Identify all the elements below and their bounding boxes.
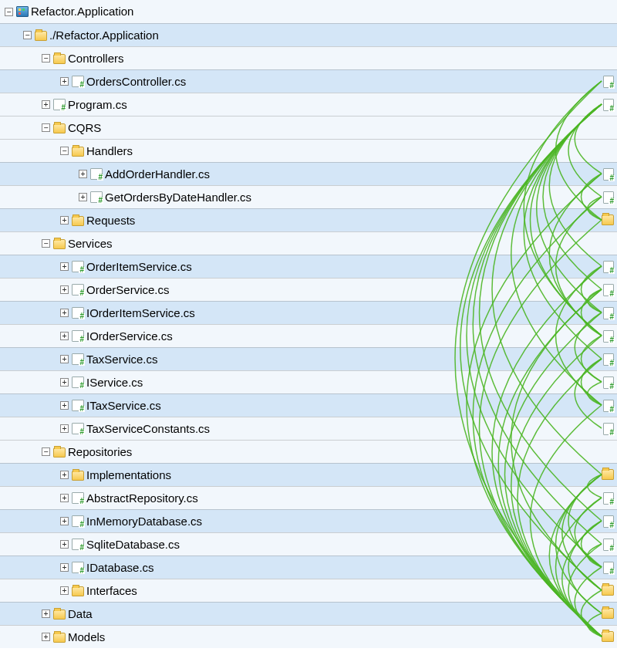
csharp-file-icon (72, 562, 84, 573)
tree-label: Data (68, 603, 93, 626)
expander-collapse-icon[interactable]: − (5, 8, 13, 16)
csharp-file-icon (72, 330, 84, 342)
csharp-file-icon (603, 76, 614, 88)
expander-expand-icon[interactable]: + (42, 100, 50, 109)
tree-row[interactable]: +TaxService.cs (0, 347, 617, 370)
expander-expand-icon[interactable]: + (42, 610, 50, 618)
tree-label: ./Refactor.Application (49, 24, 159, 47)
tree-label: Implementations (86, 464, 171, 487)
expander-expand-icon[interactable]: + (60, 586, 69, 595)
tree-row[interactable]: +ITaxService.cs (0, 393, 617, 417)
expander-expand-icon[interactable]: + (60, 401, 69, 410)
tree-label: Handlers (86, 140, 133, 163)
folder-icon (53, 123, 66, 133)
csharp-file-icon (72, 307, 84, 319)
csharp-file-icon (603, 492, 614, 505)
expander-expand-icon[interactable]: + (60, 355, 69, 363)
expander-collapse-icon[interactable]: − (42, 239, 50, 248)
tree-row[interactable]: −Handlers (0, 139, 617, 162)
tree-row[interactable]: +GetOrdersByDateHandler.cs (0, 185, 617, 208)
expander-expand-icon[interactable]: + (60, 563, 69, 572)
csharp-file-icon (72, 353, 84, 365)
folder-icon (53, 633, 66, 643)
tree-row[interactable]: −Repositories (0, 440, 617, 463)
tree-row[interactable]: +Interfaces (0, 579, 617, 602)
folder-icon (35, 31, 47, 41)
csharp-file-icon (72, 76, 84, 87)
expander-collapse-icon[interactable]: − (60, 147, 69, 155)
tree-row[interactable]: +IOrderService.cs (0, 324, 617, 347)
csharp-file-icon (72, 284, 84, 295)
folder-icon (72, 471, 84, 481)
expander-expand-icon[interactable]: + (60, 262, 69, 271)
tree-row[interactable]: +TaxServiceConstants.cs (0, 417, 617, 440)
tree-row[interactable]: +OrdersController.cs (0, 69, 617, 93)
folder-icon (53, 239, 66, 249)
expander-expand-icon[interactable]: + (79, 193, 87, 201)
tree-row[interactable]: +IOrderItemService.cs (0, 301, 617, 324)
expander-expand-icon[interactable]: + (60, 216, 69, 225)
expander-expand-icon[interactable]: + (60, 77, 69, 86)
tree-label: SqliteDatabase.cs (86, 533, 180, 556)
tree-row[interactable]: −Services (0, 231, 617, 255)
csharp-file-icon (72, 261, 84, 272)
expander-expand-icon[interactable]: + (60, 494, 69, 502)
tree-row[interactable]: +OrderService.cs (0, 278, 617, 301)
tree-row[interactable]: −Refactor.Application (0, 0, 617, 23)
tree-row[interactable]: +AddOrderHandler.cs (0, 162, 617, 185)
tree-label: Interfaces (86, 579, 137, 603)
csharp-file-icon (603, 191, 614, 204)
expander-expand-icon[interactable]: + (79, 170, 87, 178)
folder-icon (72, 586, 84, 596)
tree-label: Models (68, 626, 105, 649)
expander-collapse-icon[interactable]: − (23, 31, 32, 39)
expander-collapse-icon[interactable]: − (42, 123, 50, 132)
tree-label: TaxServiceConstants.cs (86, 417, 210, 441)
tree-row[interactable]: +OrderItemService.cs (0, 255, 617, 278)
expander-expand-icon[interactable]: + (60, 378, 69, 387)
expander-expand-icon[interactable]: + (60, 471, 69, 479)
tree-row[interactable]: +IDatabase.cs (0, 555, 617, 579)
project-icon (16, 6, 29, 17)
tree-row[interactable]: +Requests (0, 208, 617, 231)
tree-row[interactable]: +SqliteDatabase.cs (0, 532, 617, 555)
tree-row[interactable]: +AbstractRepository.cs (0, 486, 617, 509)
dependency-tree: −Refactor.Application−./Refactor.Applica… (0, 0, 617, 648)
expander-collapse-icon[interactable]: − (42, 447, 50, 456)
tree-label: Refactor.Application (31, 0, 133, 23)
expander-collapse-icon[interactable]: − (42, 54, 50, 62)
folder-icon (602, 469, 614, 480)
expander-expand-icon[interactable]: + (42, 633, 50, 641)
tree-label: OrderItemService.cs (86, 255, 192, 279)
folder-icon (602, 214, 614, 225)
csharp-file-icon (603, 261, 614, 273)
expander-expand-icon[interactable]: + (60, 332, 69, 340)
folder-icon (602, 585, 614, 596)
expander-expand-icon[interactable]: + (60, 540, 69, 549)
tree-row[interactable]: +Data (0, 602, 617, 625)
expander-expand-icon[interactable]: + (60, 424, 69, 433)
tree-row[interactable]: +Program.cs (0, 93, 617, 116)
tree-row[interactable]: −Controllers (0, 46, 617, 69)
tree-label: Controllers (68, 47, 124, 70)
csharp-file-icon (603, 284, 614, 296)
tree-label: AddOrderHandler.cs (105, 163, 210, 186)
tree-label: IDatabase.cs (86, 556, 154, 579)
tree-row[interactable]: −CQRS (0, 116, 617, 139)
csharp-file-icon (90, 191, 103, 203)
csharp-file-icon (603, 307, 614, 319)
expander-expand-icon[interactable]: + (60, 285, 69, 294)
tree-row[interactable]: +IService.cs (0, 370, 617, 393)
tree-row[interactable]: +Implementations (0, 463, 617, 486)
csharp-file-icon (603, 168, 614, 181)
tree-label: Program.cs (68, 93, 127, 117)
tree-row[interactable]: +InMemoryDatabase.cs (0, 509, 617, 532)
csharp-file-icon (603, 400, 614, 412)
tree-row[interactable]: −./Refactor.Application (0, 23, 617, 46)
tree-row[interactable]: +Models (0, 625, 617, 648)
tree-label: OrdersController.cs (86, 70, 186, 93)
csharp-file-icon (603, 423, 614, 435)
expander-expand-icon[interactable]: + (60, 309, 69, 317)
expander-expand-icon[interactable]: + (60, 517, 69, 525)
csharp-file-icon (603, 377, 614, 389)
